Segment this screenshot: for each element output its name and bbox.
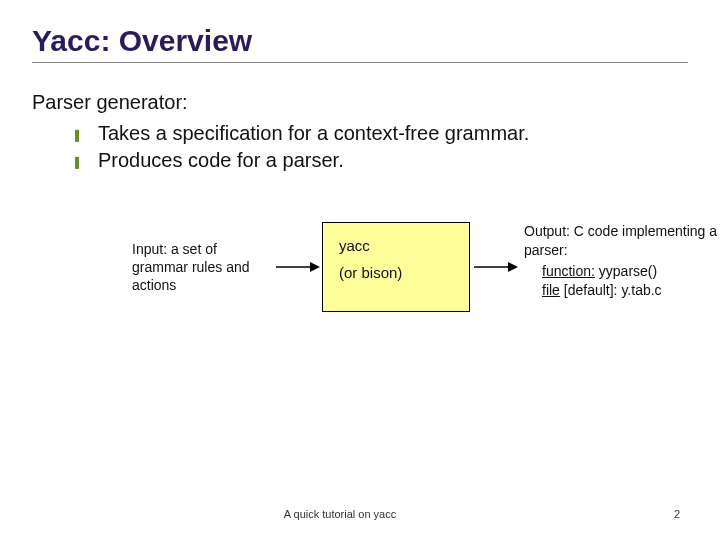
flow-diagram: Input: a set of grammar rules and action… bbox=[32, 222, 688, 342]
slide: Yacc: Overview Parser generator: ❚ Takes… bbox=[0, 0, 720, 540]
function-key: function: bbox=[542, 263, 595, 279]
title-rule bbox=[32, 62, 688, 63]
bullet-icon: ❚ bbox=[72, 154, 84, 170]
output-file-line: file [default]: y.tab.c bbox=[542, 281, 720, 300]
function-value: yyparse() bbox=[595, 263, 657, 279]
list-item: ❚ Produces code for a parser. bbox=[72, 147, 688, 174]
bullet-icon: ❚ bbox=[72, 127, 84, 143]
svg-marker-1 bbox=[310, 262, 320, 272]
bullet-list: ❚ Takes a specification for a context-fr… bbox=[72, 120, 688, 174]
file-value: y.tab.c bbox=[621, 282, 661, 298]
svg-marker-3 bbox=[508, 262, 518, 272]
bullet-text: Produces code for a parser. bbox=[98, 147, 344, 174]
slide-body: Parser generator: ❚ Takes a specificatio… bbox=[32, 91, 688, 342]
output-function-line: function: yyparse() bbox=[542, 262, 720, 281]
diagram-output-label: Output: C code implementing a parser: fu… bbox=[524, 222, 720, 300]
diagram-process-box: yacc (or bison) bbox=[322, 222, 470, 312]
footer-spacer bbox=[0, 508, 30, 520]
file-mid: [default]: bbox=[560, 282, 621, 298]
footer-text: A quick tutorial on yacc bbox=[30, 508, 650, 520]
yacc-label: yacc bbox=[339, 237, 453, 254]
diagram-input-label: Input: a set of grammar rules and action… bbox=[132, 240, 272, 295]
output-details: function: yyparse() file [default]: y.ta… bbox=[542, 262, 720, 300]
list-item: ❚ Takes a specification for a context-fr… bbox=[72, 120, 688, 147]
bullet-text: Takes a specification for a context-free… bbox=[98, 120, 529, 147]
output-head: Output: C code implementing a parser: bbox=[524, 222, 720, 260]
lead-text: Parser generator: bbox=[32, 91, 688, 114]
file-key: file bbox=[542, 282, 560, 298]
page-number: 2 bbox=[650, 508, 680, 520]
arrow-icon bbox=[276, 260, 320, 274]
arrow-icon bbox=[474, 260, 518, 274]
slide-title: Yacc: Overview bbox=[32, 24, 688, 58]
slide-footer: A quick tutorial on yacc 2 bbox=[0, 508, 720, 520]
bison-label: (or bison) bbox=[339, 264, 453, 281]
